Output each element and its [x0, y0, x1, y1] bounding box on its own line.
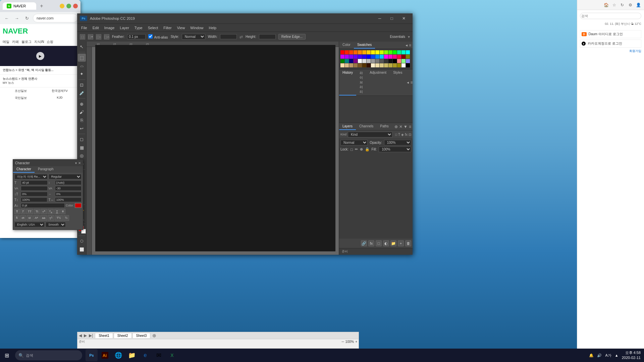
zoom-out-icon[interactable]: ─ — [341, 340, 344, 344]
tab-color[interactable]: Color — [339, 42, 354, 49]
selection-sub-icon[interactable]: ⬚- — [96, 34, 101, 40]
lock-transparency-icon[interactable]: □ — [351, 147, 353, 152]
font-style-select[interactable]: Regular — [49, 174, 82, 179]
layers-kind-select[interactable]: Kind — [348, 132, 392, 137]
tool-healing[interactable]: ⊕ — [78, 100, 86, 108]
swatch[interactable] — [354, 50, 358, 54]
feather-input[interactable] — [127, 34, 146, 39]
swatch[interactable] — [393, 50, 397, 54]
tool-gradient[interactable]: ▦ — [78, 143, 86, 151]
taskbar-app-ps[interactable]: Ps — [86, 349, 98, 361]
tool-eyedropper[interactable]: 💉 — [78, 89, 86, 97]
taskbar-app-excel[interactable]: X — [166, 349, 178, 361]
naver-video-thumbnail[interactable]: ▶ — [0, 46, 80, 66]
swatch[interactable] — [349, 55, 353, 59]
lock-pixels-icon[interactable]: ✏ — [355, 147, 358, 152]
menu-file[interactable]: File — [78, 25, 90, 31]
ps-close-btn[interactable]: ✕ — [398, 13, 410, 23]
chrome-refresh-btn[interactable]: ↻ — [23, 14, 31, 22]
chrome-tab-naver[interactable]: N NAVER — [3, 2, 36, 10]
swatch[interactable] — [349, 59, 353, 63]
swatch[interactable] — [367, 59, 371, 63]
swatch[interactable] — [406, 63, 410, 67]
swatch[interactable] — [406, 59, 410, 63]
swatch[interactable] — [354, 55, 358, 59]
chrome-close-btn[interactable] — [73, 4, 78, 8]
naver-nav-mail[interactable]: 메일 — [3, 40, 9, 44]
selection-mode-icon[interactable]: ⬚ — [80, 34, 85, 40]
swatch[interactable] — [384, 55, 388, 59]
t-sub-btn[interactable]: Ta — [48, 209, 54, 214]
swatch[interactable] — [397, 63, 401, 67]
lock-all-icon[interactable]: 🔒 — [365, 147, 370, 152]
ps-maximize-btn[interactable]: □ — [386, 13, 398, 23]
char-tab-paragraph[interactable]: Paragraph — [35, 166, 57, 173]
menu-filter[interactable]: Filter — [161, 25, 174, 31]
fractions-btn[interactable]: aa — [40, 215, 47, 221]
naver-nav-blog[interactable]: 블로그 — [21, 40, 32, 44]
menu-type[interactable]: Type — [132, 25, 145, 31]
blend-mode-select[interactable]: Normal — [340, 140, 368, 145]
panel-collapse-btn[interactable]: ◂ — [406, 43, 408, 48]
right-refresh-icon[interactable]: ↻ — [619, 2, 625, 8]
swatch[interactable] — [340, 50, 344, 54]
chrome-minimize-btn[interactable] — [60, 4, 64, 8]
tab-styles[interactable]: Styles — [390, 69, 406, 96]
smooth-select[interactable]: Smooth — [46, 222, 66, 227]
menu-image[interactable]: Image — [102, 25, 117, 31]
sheet-add-btn[interactable]: ⊕ — [152, 333, 156, 338]
swatch[interactable] — [384, 63, 388, 67]
swatch[interactable] — [340, 59, 344, 63]
add-adjustment-btn[interactable]: ◐ — [383, 240, 389, 246]
filter-pixel-icon[interactable]: □ — [395, 133, 397, 136]
taskbar-volume-icon[interactable]: 🔊 — [597, 353, 602, 358]
site-kjd[interactable]: KJD — [42, 96, 78, 100]
swatch[interactable] — [388, 55, 392, 59]
vert-scale-input[interactable] — [21, 197, 47, 202]
tab-paths[interactable]: Paths — [377, 123, 392, 130]
swatch[interactable] — [401, 59, 406, 63]
swatch[interactable] — [397, 55, 401, 59]
swatch[interactable] — [362, 59, 366, 63]
naver-nav-knowledge[interactable]: 지식iN — [34, 40, 44, 44]
taskbar-app-ie[interactable]: e — [139, 349, 151, 361]
naver-nav-cafe[interactable]: 카페 — [12, 40, 19, 44]
delete-layer-btn[interactable]: 🗑 — [405, 240, 411, 246]
swatch[interactable] — [345, 55, 349, 59]
swatch[interactable] — [371, 50, 375, 54]
chrome-forward-btn[interactable]: → — [13, 14, 21, 22]
swatch[interactable] — [358, 55, 362, 59]
panel-menu-btn[interactable]: ≡ — [409, 43, 411, 48]
font-family-select[interactable]: 아눈자 아체 Re... — [14, 174, 48, 179]
right-star-icon[interactable]: ☆ — [611, 2, 617, 8]
t-italic-btn[interactable]: T — [20, 209, 26, 214]
swatch[interactable] — [388, 63, 392, 67]
swatch[interactable] — [384, 50, 388, 54]
history-menu-btn[interactable]: ≡ — [410, 80, 413, 85]
swatch[interactable] — [380, 55, 384, 59]
taskbar-arrow-icon[interactable]: ▲ — [615, 353, 619, 357]
menu-select[interactable]: Select — [145, 25, 161, 31]
height-input[interactable] — [259, 34, 276, 39]
sheet-tab-2[interactable]: Sheet2 — [114, 333, 132, 338]
filter-path-icon[interactable]: ◈ — [401, 133, 404, 136]
swatch[interactable] — [388, 50, 392, 54]
fi-ligature-btn[interactable]: fi — [14, 215, 19, 221]
tool-lasso[interactable]: ⌓ — [78, 62, 86, 70]
taskbar-notification-icon[interactable]: 🔔 — [589, 353, 594, 358]
baseline-input[interactable] — [21, 203, 65, 208]
taskbar-app-file-explorer[interactable]: 📁 — [126, 349, 138, 361]
swatch[interactable] — [380, 50, 384, 54]
swatch[interactable] — [380, 59, 384, 63]
swatch[interactable] — [367, 63, 371, 67]
menu-view[interactable]: View — [174, 25, 188, 31]
lock-position-icon[interactable]: ⊕ — [360, 147, 363, 152]
swatch[interactable] — [384, 59, 388, 63]
refine-edge-btn[interactable]: Refine Edge... — [278, 34, 306, 40]
swatch[interactable] — [393, 63, 397, 67]
swatch[interactable] — [349, 50, 353, 54]
tab-swatches[interactable]: Swatches — [354, 42, 375, 49]
language-select[interactable]: English: USA — [14, 222, 45, 227]
swatch[interactable] — [362, 63, 366, 67]
char-tab-character[interactable]: Character — [13, 166, 35, 173]
